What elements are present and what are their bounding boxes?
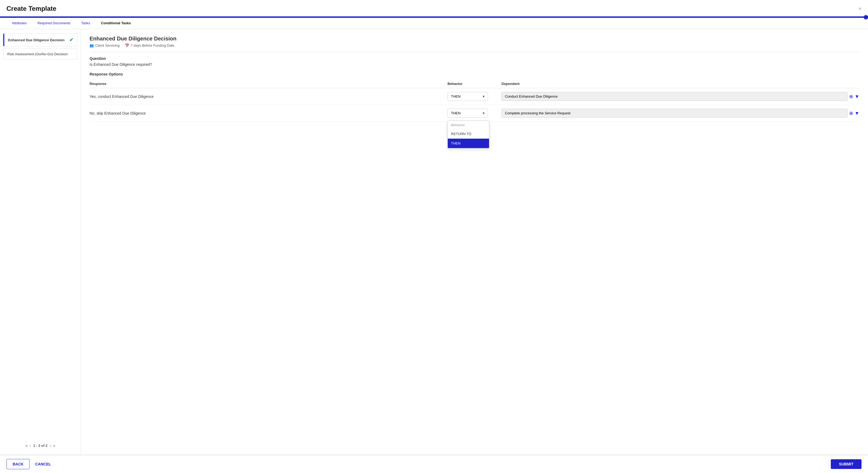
close-button[interactable]: × <box>858 6 862 12</box>
body: Enhanced Due Diligence Decision ✔ Risk A… <box>0 29 868 455</box>
row2-behavior-wrapper: THEN RETURN TO ▼ Behavior RETURN TO THEN <box>447 109 501 118</box>
progress-dot <box>864 15 868 20</box>
page-info: 1 - 2 of 2 <box>32 444 49 448</box>
footer: BACK CANCEL SUBMIT <box>0 455 868 473</box>
tabs: Attributes Required Documents Tasks Cond… <box>0 18 868 29</box>
table-row: Yes, conduct Enhanced Due Diligence THEN… <box>90 88 859 105</box>
meta-team: 👥 Client Servicing <box>90 43 120 48</box>
sidebar-item-risk[interactable]: Risk Assessment (Go/No-Go) Decision <box>3 49 78 60</box>
check-icon-edd: ✔ <box>69 37 73 43</box>
row2-dependent-select[interactable]: Complete processing the Service Request <box>501 109 847 118</box>
main-content: Enhanced Due Diligence Decision 👥 Client… <box>81 29 868 455</box>
col-response: Response <box>90 82 447 86</box>
sidebar-item-edd-label: Enhanced Due Diligence Decision <box>8 38 65 42</box>
tab-attributes[interactable]: Attributes <box>6 18 32 29</box>
behavior-dropdown-popup: Behavior RETURN TO THEN <box>447 121 489 148</box>
row1-select-wrapper: THEN RETURN TO ▼ <box>447 92 488 101</box>
row1-response: Yes, conduct Enhanced Due Diligence <box>90 94 447 99</box>
row2-behavior-select[interactable]: THEN RETURN TO <box>447 109 488 118</box>
meta-row: 👥 Client Servicing 📅 7 days Before Fundi… <box>90 43 859 52</box>
footer-left: BACK CANCEL <box>6 459 53 469</box>
question-label: Question <box>90 56 859 61</box>
page-first[interactable]: « <box>26 444 28 448</box>
team-label: Client Servicing <box>95 43 120 48</box>
progress-fill <box>0 17 868 18</box>
pagination: « ‹ 1 - 2 of 2 › » <box>3 441 78 450</box>
response-options-label: Response Options <box>90 72 859 76</box>
row1-dependent-select[interactable]: Conduct Enhanced Due Diligence <box>501 92 847 101</box>
question-text: Is Enhanced Due Diligence required? <box>90 62 859 67</box>
page-last[interactable]: » <box>53 444 55 448</box>
col-dependent: Dependent <box>501 82 859 86</box>
calendar-icon: 📅 <box>125 43 129 48</box>
row2-dep-icon[interactable]: ⊕ ▼ <box>849 110 859 116</box>
meta-schedule: 📅 7 days Before Funding Date <box>125 43 174 48</box>
page-prev[interactable]: ‹ <box>30 444 31 448</box>
dropdown-placeholder: Behavior <box>448 121 489 129</box>
tab-required-documents[interactable]: Required Documents <box>32 18 76 29</box>
modal-title: Create Template <box>6 5 56 12</box>
sidebar-item-risk-label: Risk Assessment (Go/No-Go) Decision <box>7 52 68 56</box>
row1-behavior-wrapper: THEN RETURN TO ▼ <box>447 92 501 101</box>
row2-dependent-wrapper: Complete processing the Service Request … <box>501 109 859 118</box>
tab-conditional-tasks[interactable]: Conditional Tasks <box>95 18 136 29</box>
sidebar: Enhanced Due Diligence Decision ✔ Risk A… <box>0 29 81 455</box>
tab-tasks[interactable]: Tasks <box>76 18 95 29</box>
row2-select-wrapper: THEN RETURN TO ▼ <box>447 109 488 118</box>
page-next[interactable]: › <box>50 444 51 448</box>
section-title: Enhanced Due Diligence Decision <box>90 36 859 42</box>
row1-behavior-select[interactable]: THEN RETURN TO <box>447 92 488 101</box>
modal-header: Create Template × <box>0 0 868 17</box>
row1-dep-icon[interactable]: ⊕ ▼ <box>849 94 859 99</box>
team-icon: 👥 <box>90 43 94 48</box>
cancel-button[interactable]: CANCEL <box>33 459 53 469</box>
sidebar-items: Enhanced Due Diligence Decision ✔ Risk A… <box>3 33 78 60</box>
row2-response: No, skip Enhanced Due Diligence <box>90 111 447 116</box>
table-row-2: No, skip Enhanced Due Diligence THEN RET… <box>90 105 859 122</box>
row1-dependent-wrapper: Conduct Enhanced Due Diligence ⊕ ▼ <box>501 92 859 101</box>
sidebar-item-edd[interactable]: Enhanced Due Diligence Decision ✔ <box>3 33 78 46</box>
dropdown-option-return-to[interactable]: RETURN TO <box>448 129 489 138</box>
schedule-label: 7 days Before Funding Date <box>130 43 174 48</box>
table-header: Response Behavior Dependent <box>90 80 859 88</box>
progress-bar <box>0 17 868 18</box>
back-button[interactable]: BACK <box>6 459 30 469</box>
dropdown-option-then[interactable]: THEN <box>448 138 489 148</box>
submit-button[interactable]: SUBMIT <box>831 459 862 469</box>
col-behavior: Behavior <box>447 82 501 86</box>
